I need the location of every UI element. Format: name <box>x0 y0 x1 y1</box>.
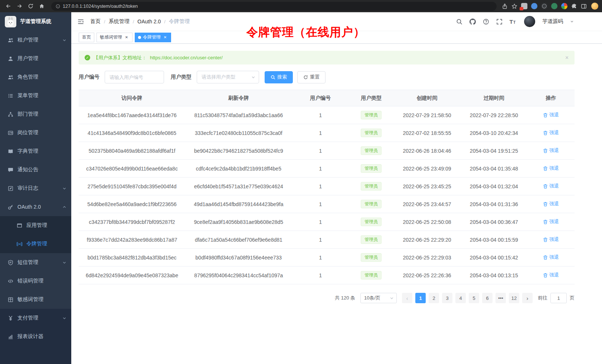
extensions-puzzle-icon[interactable] <box>571 3 577 9</box>
sidebar-item-tenant[interactable]: 租户管理 <box>0 31 71 49</box>
user-id-label: 用户编号 <box>79 74 99 80</box>
force-logout-button[interactable]: 强退 <box>543 236 559 243</box>
force-logout-button[interactable]: 强退 <box>543 165 559 172</box>
next-page-button[interactable]: › <box>522 293 533 303</box>
delete-icon <box>543 273 548 278</box>
actions-cell: 强退 <box>527 142 575 160</box>
extension-blue-icon[interactable] <box>531 3 537 9</box>
browser-reload-button[interactable] <box>26 2 35 11</box>
column-header: 用户编号 <box>292 90 349 106</box>
side-panel-icon[interactable] <box>581 3 587 9</box>
alert-close-icon[interactable]: × <box>565 54 569 61</box>
tab-home[interactable]: 首页 <box>79 33 94 42</box>
sidebar-item-oauth2-application[interactable]: 应用管理 <box>0 216 71 235</box>
force-logout-button[interactable]: 强退 <box>543 112 559 118</box>
user-type-cell: 管理员 <box>349 267 393 284</box>
fullscreen-icon[interactable] <box>496 19 503 25</box>
sidebar-item-sensitive-word[interactable]: 敏感词管理 <box>0 290 71 309</box>
font-size-icon[interactable]: TT <box>510 19 516 24</box>
sidebar-item-error-code[interactable]: 错误码管理 <box>0 272 71 290</box>
reset-button[interactable]: 重置 <box>297 71 325 83</box>
breadcrumb-item[interactable]: 系统管理 <box>109 18 130 25</box>
extension-dark-icon[interactable] <box>541 3 547 9</box>
force-logout-label: 强退 <box>549 218 559 225</box>
sidebar-item-sms[interactable]: 短信管理 <box>0 253 71 272</box>
chevron-up-icon <box>62 205 66 209</box>
main-content: ✓ 【用户体系】文档地址： https://doc.iocoder.cn/use… <box>71 44 602 364</box>
help-icon[interactable] <box>483 19 489 25</box>
created-time-cell: 2022-07-02 18:55:55 <box>393 124 460 142</box>
page-button-5[interactable]: 5 <box>469 293 479 303</box>
sidebar-item-oauth2-token[interactable]: 令牌管理 <box>0 235 71 253</box>
breadcrumb: 首页/系统管理/OAuth 2.0/令牌管理 <box>90 18 190 25</box>
page-button-1[interactable]: 1 <box>415 293 426 303</box>
close-icon[interactable]: ✕ <box>124 35 129 40</box>
user-name[interactable]: 芋道源码 <box>542 18 563 25</box>
page-button-4[interactable]: 4 <box>455 293 466 303</box>
tab-sensitive-word[interactable]: 敏感词管理✕ <box>96 33 132 42</box>
page-button-6[interactable]: 6 <box>482 293 493 303</box>
refresh-token-cell: 333ecfc71e02480cb11055c875c3ca0f <box>185 124 292 142</box>
created-time-cell: 2022-06-26 18:04:46 <box>393 142 460 160</box>
sidebar-item-role[interactable]: 角色管理 <box>0 68 71 86</box>
force-logout-label: 强退 <box>549 201 559 207</box>
sidebar-item-post[interactable]: 岗位管理 <box>0 123 71 142</box>
browser-forward-button[interactable] <box>15 2 24 11</box>
user-id-cell: 1 <box>292 249 349 267</box>
chevron-down-icon[interactable] <box>570 20 574 23</box>
breadcrumb-item[interactable]: OAuth 2.0 <box>137 19 161 24</box>
search-button[interactable]: 搜索 <box>265 71 293 83</box>
sidebar-item-label: 用户管理 <box>17 55 38 62</box>
url-bar[interactable]: 127.0.0.1:1024/system/oauth2/token <box>51 2 497 11</box>
page-size-select[interactable]: 10条/页 <box>360 293 397 303</box>
sidebar-item-dict[interactable]: 字典管理 <box>0 142 71 161</box>
force-logout-button[interactable]: 强退 <box>543 201 559 207</box>
page-button-2[interactable]: 2 <box>429 293 439 303</box>
page-button-3[interactable]: 3 <box>442 293 452 303</box>
browser-home-button[interactable] <box>37 2 46 11</box>
breadcrumb-item[interactable]: 首页 <box>90 18 101 25</box>
bookmark-star-icon[interactable] <box>511 3 517 9</box>
sidebar-item-pay[interactable]: 支付管理 <box>0 309 71 327</box>
user-type-badge: 管理员 <box>361 164 382 173</box>
github-icon[interactable] <box>470 19 476 25</box>
sidebar-item-notice[interactable]: 通知公告 <box>0 161 71 179</box>
app-logo-area[interactable]: 芋道管理系统 <box>0 12 71 31</box>
sidebar-item-user[interactable]: 用户管理 <box>0 49 71 68</box>
header-tools: TT 芋道源码 <box>456 16 574 27</box>
sidebar-item-label: 应用管理 <box>26 222 47 229</box>
force-logout-button[interactable]: 强退 <box>543 147 559 154</box>
sidebar-item-oauth2[interactable]: OAuth 2.0 <box>0 198 71 216</box>
doc-link[interactable]: https://doc.iocoder.cn/user-center/ <box>150 55 223 60</box>
force-logout-button[interactable]: 强退 <box>543 183 559 189</box>
user-id-input[interactable] <box>105 71 164 83</box>
browser-back-button[interactable] <box>4 2 13 11</box>
page-button-12[interactable]: 12 <box>509 293 519 303</box>
sidebar-toggle-icon[interactable] <box>77 18 84 25</box>
extension-green-icon[interactable] <box>551 3 557 9</box>
browser-chrome: 127.0.0.1:1024/system/oauth2/token <box>0 0 602 12</box>
force-logout-button[interactable]: 强退 <box>543 272 559 278</box>
extension-badged-icon[interactable] <box>521 3 527 9</box>
prev-page-button[interactable]: ‹ <box>402 293 412 303</box>
goto-page-input[interactable] <box>550 293 567 303</box>
access-token-cell: f9336e7c7dd242a283ee98dc86b17a87 <box>79 231 185 249</box>
browser-profile-avatar[interactable] <box>591 3 598 10</box>
actions-cell: 强退 <box>527 160 575 178</box>
force-logout-button[interactable]: 强退 <box>543 254 559 261</box>
sidebar-item-menu[interactable]: 菜单管理 <box>0 86 71 105</box>
sidebar-item-dept[interactable]: 部门管理 <box>0 105 71 123</box>
extension-colorful-icon[interactable] <box>561 3 567 9</box>
sidebar-item-label: 角色管理 <box>17 74 38 80</box>
search-icon[interactable] <box>456 19 462 25</box>
user-type-select[interactable]: 请选择用户类型 <box>197 71 259 83</box>
force-logout-button[interactable]: 强退 <box>543 218 559 225</box>
share-icon[interactable] <box>502 3 508 9</box>
sidebar-item-report-designer[interactable]: 报表设计器 <box>0 327 71 346</box>
tab-token[interactable]: 令牌管理✕ <box>135 33 171 42</box>
page-ellipsis[interactable]: ••• <box>495 293 506 303</box>
close-icon[interactable]: ✕ <box>163 35 168 40</box>
force-logout-button[interactable]: 强退 <box>543 129 559 136</box>
sidebar-item-audit-log[interactable]: 审计日志 <box>0 179 71 198</box>
user-avatar[interactable] <box>524 16 535 27</box>
